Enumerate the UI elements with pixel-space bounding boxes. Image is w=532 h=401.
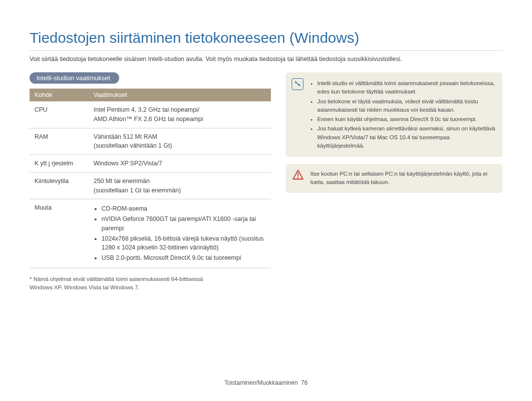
intro-text: Voit siirtää tiedostoja tietokoneelle si…	[30, 56, 502, 62]
note-box: Intelli-studio ei välttämättä toimi asia…	[286, 72, 502, 157]
row-label-other: Muuta	[30, 199, 89, 268]
row-value-os: Windows XP SP2/Vista/7	[89, 155, 271, 173]
list-item: Jos tietokone ei täytä vaatimuksia, vide…	[317, 97, 496, 115]
table-row: CPU Intel Pentium 4, 3,2 GHz tai nopeamp…	[30, 101, 271, 128]
list-item: 1024x768 pikseliä, 16-bittisiä värejä tu…	[101, 234, 266, 253]
list-item: Ennen kuin käytät ohjelmaa, asenna Direc…	[317, 115, 496, 123]
table-row: Muuta CD-ROM-asema nVIDIA Geforce 7600GT…	[30, 199, 271, 268]
table-row: Kiintolevytila 250 Mt tai enemmän (suosi…	[30, 172, 271, 199]
table-row: K ytt j rjestelm Windows XP SP2/Vista/7	[30, 155, 271, 173]
warning-box: Itse kootun PC:n tai sellaisen PC:n tai …	[286, 164, 502, 193]
svg-line-0	[295, 81, 300, 86]
section-heading: Intelli-studion vaatimukset	[30, 72, 119, 84]
warning-text: Itse kootun PC:n tai sellaisen PC:n tai …	[310, 171, 487, 185]
list-item: Intelli-studio ei välttämättä toimi asia…	[317, 79, 496, 96]
row-label-cpu: CPU	[30, 101, 89, 128]
table-head-vaatimukset: Vaatimukset	[89, 89, 271, 101]
footnote: * Nämä ohjelmat eivät välttämättä toimi …	[30, 275, 271, 292]
row-value-hdd: 250 Mt tai enemmän (suositellaan 1 Gt ta…	[89, 172, 271, 199]
list-item: USB 2.0-portti, Microsoft DirectX 9.0c t…	[101, 253, 266, 263]
row-value-other: CD-ROM-asema nVIDIA Geforce 7600GT tai p…	[89, 199, 271, 268]
list-item: nVIDIA Geforce 7600GT tai parempi/ATI X1…	[101, 215, 266, 233]
svg-point-2	[298, 177, 299, 178]
row-value-cpu: Intel Pentium 4, 3,2 GHz tai nopeampi/ A…	[89, 101, 271, 128]
note-icon	[292, 78, 303, 90]
list-item: CD-ROM-asema	[101, 204, 266, 214]
list-item: Jos haluat kytkeä kameran siirrettäväksi…	[317, 124, 496, 150]
table-row: RAM Vähintään 512 Mt RAM (suositellaan v…	[30, 128, 271, 155]
row-label-os: K ytt j rjestelm	[30, 155, 89, 173]
row-label-ram: RAM	[30, 128, 89, 155]
warning-icon	[292, 169, 304, 182]
requirements-table: Kohde Vaatimukset CPU Intel Pentium 4, 3…	[30, 89, 271, 268]
page-title: Tiedostojen siirtäminen tietokoneeseen (…	[30, 30, 502, 51]
table-head-kohde: Kohde	[30, 89, 89, 101]
page-footer: Toistaminen/Muokkaaminen 76	[0, 379, 532, 386]
row-label-hdd: Kiintolevytila	[30, 172, 89, 199]
row-value-ram: Vähintään 512 Mt RAM (suositellaan vähin…	[89, 128, 271, 155]
